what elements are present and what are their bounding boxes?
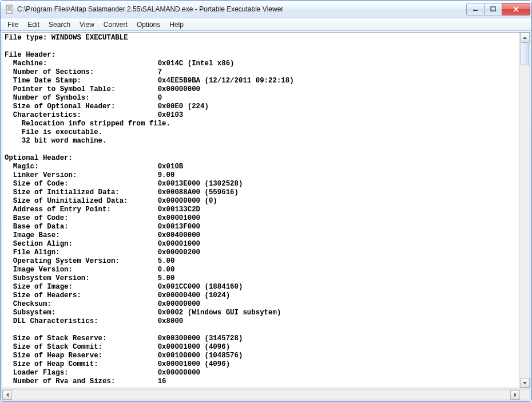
scroll-corner xyxy=(520,390,530,400)
scroll-up-button[interactable] xyxy=(520,33,530,42)
vertical-scrollbar[interactable] xyxy=(519,33,530,388)
menubar: File Edit Search View Convert Options He… xyxy=(1,18,531,31)
hscroll-track[interactable] xyxy=(12,390,510,400)
close-button[interactable] xyxy=(502,3,530,15)
svg-rect-2 xyxy=(491,7,495,11)
menu-search[interactable]: Search xyxy=(44,18,75,30)
titlebar[interactable]: C:\Program Files\Altap Salamander 2.55\S… xyxy=(1,1,531,18)
pe-dump-text[interactable]: File type: WINDOWS EXECUTABLE File Heade… xyxy=(2,33,519,388)
maximize-button[interactable] xyxy=(484,3,502,15)
client-area: File type: WINDOWS EXECUTABLE File Heade… xyxy=(2,32,530,388)
scroll-down-button[interactable] xyxy=(520,378,530,388)
horizontal-scrollbar[interactable] xyxy=(2,389,530,400)
window-controls xyxy=(467,3,530,15)
scroll-left-button[interactable] xyxy=(2,390,12,400)
menu-options[interactable]: Options xyxy=(132,18,165,30)
app-window: C:\Program Files\Altap Salamander 2.55\S… xyxy=(0,0,532,402)
menu-view[interactable]: View xyxy=(75,18,99,30)
scroll-track[interactable] xyxy=(520,42,530,378)
svg-rect-1 xyxy=(473,10,478,11)
minimize-button[interactable] xyxy=(466,3,485,15)
scroll-thumb[interactable] xyxy=(521,42,529,65)
window-title: C:\Program Files\Altap Salamander 2.55\S… xyxy=(17,5,467,13)
menu-help[interactable]: Help xyxy=(165,18,188,30)
menu-file[interactable]: File xyxy=(3,18,23,30)
app-icon xyxy=(5,5,14,14)
scroll-right-button[interactable] xyxy=(510,390,520,400)
menu-edit[interactable]: Edit xyxy=(23,18,44,30)
menu-convert[interactable]: Convert xyxy=(99,18,132,30)
